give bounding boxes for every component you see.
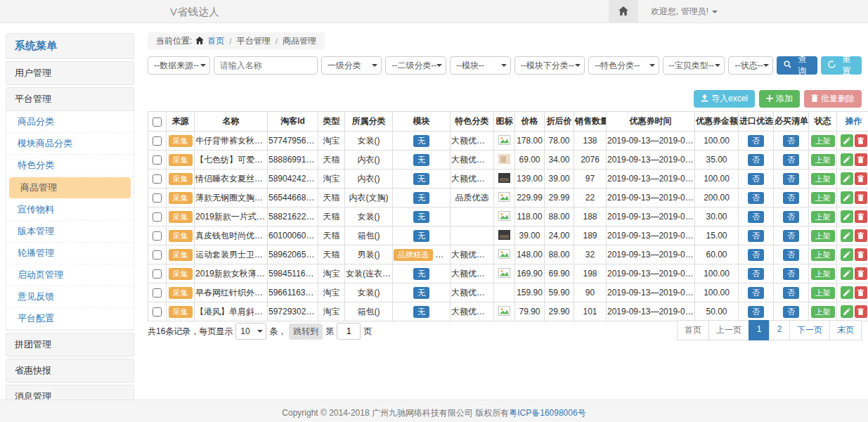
import-select-toggle[interactable]: 否 xyxy=(748,287,764,299)
sidebar-link[interactable]: 特色分类 xyxy=(6,155,134,177)
filter-select[interactable]: 一级分类 xyxy=(321,56,382,75)
import-select-toggle[interactable]: 否 xyxy=(748,173,764,185)
sidebar-item[interactable]: 用户管理 xyxy=(6,61,134,85)
status-badge[interactable]: 上架 xyxy=(811,173,835,185)
import-excel-button[interactable]: 导入excel xyxy=(694,90,755,108)
import-select-toggle[interactable]: 否 xyxy=(748,249,764,261)
edit-button[interactable] xyxy=(841,210,853,223)
row-checkbox[interactable] xyxy=(153,212,162,222)
sidebar-link[interactable]: 意见反馈 xyxy=(6,286,134,308)
edit-button[interactable] xyxy=(841,153,853,166)
must-buy-toggle[interactable]: 否 xyxy=(783,306,799,318)
edit-button[interactable] xyxy=(841,267,853,280)
row-checkbox[interactable] xyxy=(153,174,162,184)
filter-select[interactable]: --数据来源-- xyxy=(148,56,210,75)
must-buy-toggle[interactable]: 否 xyxy=(783,154,799,166)
edit-button[interactable] xyxy=(841,286,853,299)
breadcrumb-home-link[interactable]: 首页 xyxy=(207,35,224,47)
per-page-select[interactable]: 10 xyxy=(235,323,266,340)
edit-button[interactable] xyxy=(841,229,853,242)
delete-button[interactable] xyxy=(855,172,867,185)
status-badge[interactable]: 上架 xyxy=(811,192,835,204)
status-badge[interactable]: 上架 xyxy=(811,249,835,261)
pager-item[interactable]: 末页 xyxy=(829,320,862,340)
pager-item[interactable]: 上一页 xyxy=(708,320,749,340)
status-badge[interactable]: 上架 xyxy=(811,230,835,242)
edit-button[interactable] xyxy=(841,172,853,185)
search-button[interactable]: 查询 xyxy=(777,56,817,75)
status-badge[interactable]: 上架 xyxy=(811,287,835,299)
status-badge[interactable]: 上架 xyxy=(811,268,835,280)
sidebar-link[interactable]: 轮播管理 xyxy=(6,243,134,264)
batch-delete-button[interactable]: 批量删除 xyxy=(804,90,862,108)
edit-button[interactable] xyxy=(841,305,853,318)
row-checkbox[interactable] xyxy=(153,193,162,203)
filter-select[interactable]: --模块-- xyxy=(450,56,511,75)
must-buy-toggle[interactable]: 否 xyxy=(783,287,799,299)
filter-select[interactable]: --特色分类-- xyxy=(588,56,659,75)
sidebar-link[interactable]: 宣传物料 xyxy=(6,199,134,221)
status-badge[interactable]: 上架 xyxy=(811,154,835,166)
import-select-toggle[interactable]: 否 xyxy=(748,230,764,242)
pager-item[interactable]: 下一页 xyxy=(789,320,830,340)
must-buy-toggle[interactable]: 否 xyxy=(783,135,799,147)
select-all-checkbox[interactable] xyxy=(153,117,162,127)
sidebar-link[interactable]: 启动页管理 xyxy=(6,264,134,286)
delete-button[interactable] xyxy=(855,153,867,166)
add-button[interactable]: 添加 xyxy=(759,90,800,108)
pager-item[interactable]: 首页 xyxy=(677,320,709,340)
sidebar-item[interactable]: 平台管理 xyxy=(6,87,134,111)
row-checkbox[interactable] xyxy=(153,231,162,241)
must-buy-toggle[interactable]: 否 xyxy=(783,268,799,280)
delete-button[interactable] xyxy=(855,305,867,318)
import-select-toggle[interactable]: 否 xyxy=(748,192,764,204)
must-buy-toggle[interactable]: 否 xyxy=(783,249,799,261)
sidebar-link[interactable]: 模块商品分类 xyxy=(6,133,134,155)
name-search-input[interactable] xyxy=(214,56,318,75)
pager-item[interactable]: 2 xyxy=(769,320,790,340)
status-badge[interactable]: 上架 xyxy=(811,306,835,318)
sidebar-item[interactable]: 消息管理 xyxy=(6,385,134,399)
delete-button[interactable] xyxy=(855,229,867,242)
row-checkbox[interactable] xyxy=(153,136,162,146)
delete-button[interactable] xyxy=(855,248,867,261)
user-menu[interactable]: 欢迎您, 管理员! xyxy=(651,6,718,18)
sidebar-link[interactable]: 平台配置 xyxy=(6,308,134,330)
icp-link[interactable]: 粤ICP备16098006号 xyxy=(509,408,585,418)
delete-button[interactable] xyxy=(855,134,867,147)
must-buy-toggle[interactable]: 否 xyxy=(783,173,799,185)
sidebar-link[interactable]: 商品分类 xyxy=(6,111,134,133)
row-checkbox[interactable] xyxy=(153,307,162,316)
sidebar-link[interactable]: 商品管理 xyxy=(9,177,131,198)
status-badge[interactable]: 上架 xyxy=(811,211,835,223)
status-badge[interactable]: 上架 xyxy=(811,135,835,147)
edit-button[interactable] xyxy=(841,134,853,147)
row-checkbox[interactable] xyxy=(153,155,162,165)
filter-select[interactable]: --二级分类-- xyxy=(385,56,446,75)
must-buy-toggle[interactable]: 否 xyxy=(783,211,799,223)
row-checkbox[interactable] xyxy=(153,269,162,279)
filter-select[interactable]: --模块下分类-- xyxy=(514,56,585,75)
delete-button[interactable] xyxy=(855,267,867,280)
page-number-input[interactable] xyxy=(337,323,361,340)
import-select-toggle[interactable]: 否 xyxy=(748,135,764,147)
import-select-toggle[interactable]: 否 xyxy=(748,306,764,318)
sidebar-item[interactable]: 省惠快报 xyxy=(6,359,134,383)
row-checkbox[interactable] xyxy=(153,288,162,298)
delete-button[interactable] xyxy=(855,286,867,299)
jump-button[interactable]: 跳转到 xyxy=(289,324,323,340)
sidebar-link[interactable]: 版本管理 xyxy=(6,221,134,243)
must-buy-toggle[interactable]: 否 xyxy=(783,230,799,242)
delete-button[interactable] xyxy=(855,191,867,204)
import-select-toggle[interactable]: 否 xyxy=(748,268,764,280)
import-select-toggle[interactable]: 否 xyxy=(748,211,764,223)
filter-select[interactable]: --宝贝类型-- xyxy=(663,56,725,75)
must-buy-toggle[interactable]: 否 xyxy=(783,192,799,204)
delete-button[interactable] xyxy=(855,210,867,223)
row-checkbox[interactable] xyxy=(153,250,162,260)
sidebar-item[interactable]: 拼团管理 xyxy=(6,333,134,357)
edit-button[interactable] xyxy=(841,248,853,261)
reset-button[interactable]: 重置 xyxy=(821,56,862,75)
home-button[interactable] xyxy=(609,0,638,23)
filter-select[interactable]: --状态-- xyxy=(728,56,772,75)
